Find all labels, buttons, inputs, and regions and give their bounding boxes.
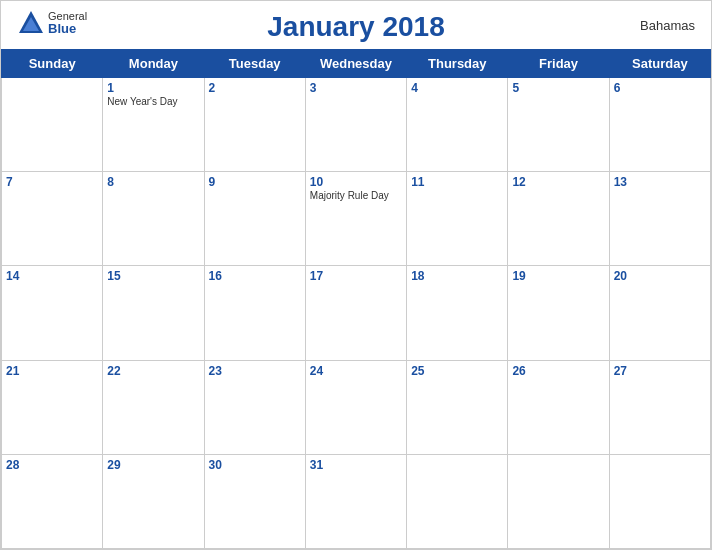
- calendar-cell: 18: [407, 266, 508, 360]
- day-number: 27: [614, 364, 706, 378]
- day-number: 2: [209, 81, 301, 95]
- day-number: 30: [209, 458, 301, 472]
- day-number: 20: [614, 269, 706, 283]
- day-number: 6: [614, 81, 706, 95]
- calendar-cell: 27: [609, 360, 710, 454]
- calendar-cell: 17: [305, 266, 406, 360]
- calendar-container: General Blue January 2018 Bahamas Sunday…: [0, 0, 712, 550]
- day-number: 24: [310, 364, 402, 378]
- day-number: 8: [107, 175, 199, 189]
- day-number: 1: [107, 81, 199, 95]
- calendar-cell: 12: [508, 172, 609, 266]
- calendar-week-row: 1New Year's Day23456: [2, 78, 711, 172]
- calendar-week-row: 21222324252627: [2, 360, 711, 454]
- holiday-name: Majority Rule Day: [310, 190, 402, 201]
- calendar-week-row: 14151617181920: [2, 266, 711, 360]
- logo-icon: [17, 9, 45, 37]
- day-number: 4: [411, 81, 503, 95]
- day-number: 19: [512, 269, 604, 283]
- calendar-title: January 2018: [267, 11, 444, 43]
- day-number: 25: [411, 364, 503, 378]
- weekday-header: Tuesday: [204, 50, 305, 78]
- day-number: 14: [6, 269, 98, 283]
- calendar-week-row: 28293031: [2, 454, 711, 548]
- calendar-cell: 22: [103, 360, 204, 454]
- calendar-cell: 7: [2, 172, 103, 266]
- calendar-cell: 28: [2, 454, 103, 548]
- calendar-cell: 20: [609, 266, 710, 360]
- day-number: 9: [209, 175, 301, 189]
- day-number: 29: [107, 458, 199, 472]
- day-number: 28: [6, 458, 98, 472]
- weekday-header-row: SundayMondayTuesdayWednesdayThursdayFrid…: [2, 50, 711, 78]
- logo-blue: Blue: [48, 22, 87, 35]
- calendar-cell: 24: [305, 360, 406, 454]
- day-number: 21: [6, 364, 98, 378]
- calendar-header: General Blue January 2018 Bahamas: [1, 1, 711, 49]
- calendar-cell: 19: [508, 266, 609, 360]
- weekday-header: Sunday: [2, 50, 103, 78]
- day-number: 16: [209, 269, 301, 283]
- calendar-cell: 26: [508, 360, 609, 454]
- calendar-cell: 23: [204, 360, 305, 454]
- calendar-table: SundayMondayTuesdayWednesdayThursdayFrid…: [1, 49, 711, 549]
- calendar-cell: 3: [305, 78, 406, 172]
- calendar-cell: 4: [407, 78, 508, 172]
- day-number: 31: [310, 458, 402, 472]
- calendar-cell: 21: [2, 360, 103, 454]
- day-number: 15: [107, 269, 199, 283]
- calendar-cell: 30: [204, 454, 305, 548]
- day-number: 10: [310, 175, 402, 189]
- weekday-header: Saturday: [609, 50, 710, 78]
- calendar-cell: 5: [508, 78, 609, 172]
- weekday-header: Wednesday: [305, 50, 406, 78]
- day-number: 3: [310, 81, 402, 95]
- country-label: Bahamas: [640, 18, 695, 33]
- day-number: 11: [411, 175, 503, 189]
- calendar-cell: [2, 78, 103, 172]
- logo-text: General Blue: [48, 11, 87, 35]
- calendar-cell: 29: [103, 454, 204, 548]
- holiday-name: New Year's Day: [107, 96, 199, 107]
- day-number: 23: [209, 364, 301, 378]
- day-number: 7: [6, 175, 98, 189]
- day-number: 12: [512, 175, 604, 189]
- calendar-cell: [609, 454, 710, 548]
- weekday-header: Friday: [508, 50, 609, 78]
- day-number: 18: [411, 269, 503, 283]
- day-number: 22: [107, 364, 199, 378]
- calendar-cell: 9: [204, 172, 305, 266]
- logo: General Blue: [17, 9, 87, 37]
- day-number: 5: [512, 81, 604, 95]
- day-number: 26: [512, 364, 604, 378]
- calendar-cell: 10Majority Rule Day: [305, 172, 406, 266]
- calendar-week-row: 78910Majority Rule Day111213: [2, 172, 711, 266]
- calendar-cell: 16: [204, 266, 305, 360]
- day-number: 13: [614, 175, 706, 189]
- calendar-cell: 11: [407, 172, 508, 266]
- calendar-cell: 25: [407, 360, 508, 454]
- calendar-cell: 14: [2, 266, 103, 360]
- calendar-cell: 31: [305, 454, 406, 548]
- day-number: 17: [310, 269, 402, 283]
- calendar-cell: [508, 454, 609, 548]
- weekday-header: Monday: [103, 50, 204, 78]
- calendar-cell: 1New Year's Day: [103, 78, 204, 172]
- calendar-cell: [407, 454, 508, 548]
- calendar-cell: 15: [103, 266, 204, 360]
- calendar-cell: 8: [103, 172, 204, 266]
- weekday-header: Thursday: [407, 50, 508, 78]
- calendar-cell: 2: [204, 78, 305, 172]
- calendar-cell: 6: [609, 78, 710, 172]
- calendar-cell: 13: [609, 172, 710, 266]
